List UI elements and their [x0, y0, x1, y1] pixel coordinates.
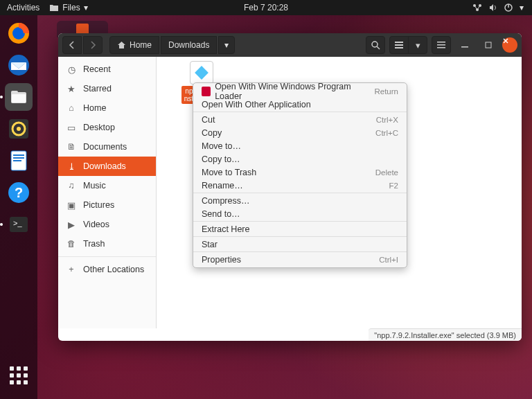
videos-icon: ▶: [66, 220, 76, 230]
svg-point-13: [17, 127, 21, 131]
search-button[interactable]: [366, 36, 385, 54]
dock-files[interactable]: [5, 83, 33, 111]
maximize-button[interactable]: [479, 36, 498, 54]
path-home[interactable]: Home: [109, 36, 159, 54]
home-icon: ⌂: [66, 103, 76, 113]
view-dropdown[interactable]: ▾: [408, 36, 427, 54]
ctx-properties[interactable]: PropertiesCtrl+I: [193, 253, 407, 266]
show-applications[interactable]: [5, 362, 33, 389]
minimize-button[interactable]: [455, 36, 475, 54]
sidebar-other-locations[interactable]: +Other Locations: [58, 260, 156, 279]
path-downloads[interactable]: Downloads: [161, 36, 217, 54]
power-icon[interactable]: [504, 3, 513, 12]
appmenu-files[interactable]: Files ▾: [49, 3, 87, 12]
svg-rect-17: [13, 157, 24, 159]
headerbar: Home Downloads ▾ ▾: [58, 33, 522, 57]
clock[interactable]: Feb 7 20:28: [244, 3, 288, 12]
close-icon: [502, 37, 509, 44]
top-panel: Activities Files ▾ Feb 7 20:28 ▾: [0, 0, 532, 15]
files-window: Home Downloads ▾ ▾ ◷Recent ★Starred ⌂Hom…: [58, 33, 522, 341]
svg-rect-16: [13, 154, 24, 156]
dock-help[interactable]: ?: [5, 179, 33, 206]
svg-rect-27: [395, 47, 403, 48]
ctx-rename[interactable]: Rename…F2: [193, 179, 407, 192]
clock-icon: ◷: [66, 64, 76, 75]
sidebar-desktop[interactable]: ▭Desktop: [58, 118, 156, 137]
hamburger-menu[interactable]: [432, 36, 451, 54]
close-button[interactable]: [502, 37, 517, 53]
network-icon[interactable]: [472, 3, 482, 12]
documents-icon: 🗎: [66, 142, 76, 152]
ctx-move-to[interactable]: Move to…: [193, 139, 407, 152]
music-icon: ♫: [66, 181, 76, 190]
ctx-compress[interactable]: Compress…: [193, 194, 407, 207]
view-list-button[interactable]: [389, 36, 409, 54]
menu-icon: [437, 42, 445, 48]
sidebar-trash[interactable]: 🗑Trash: [58, 234, 156, 254]
chevron-down-icon: ▾: [224, 40, 229, 50]
svg-rect-32: [486, 42, 491, 48]
svg-text:?: ?: [15, 185, 23, 200]
chevron-right-icon: [89, 41, 96, 49]
svg-rect-25: [395, 42, 403, 43]
home-icon: [117, 41, 126, 49]
back-button[interactable]: [62, 36, 82, 54]
ctx-copy-to[interactable]: Copy to…: [193, 152, 407, 166]
dock-firefox[interactable]: [5, 19, 33, 47]
dock-terminal[interactable]: >_: [5, 211, 33, 238]
sidebar-pictures[interactable]: ▣Pictures: [58, 195, 156, 215]
ctx-cut[interactable]: CutCtrl+X: [193, 113, 407, 126]
svg-rect-26: [395, 44, 403, 46]
desktop-icon: ▭: [66, 123, 76, 133]
svg-point-23: [372, 42, 378, 47]
svg-rect-33: [195, 66, 209, 80]
sidebar-music[interactable]: ♫Music: [58, 176, 156, 195]
forward-button[interactable]: [83, 36, 103, 54]
dock-writer[interactable]: [5, 147, 33, 175]
svg-rect-18: [13, 160, 21, 161]
file-view[interactable]: npp.7.9.2.Installer.exe Open With Wine W…: [157, 57, 522, 328]
ctx-trash[interactable]: Move to TrashDelete: [193, 166, 407, 179]
star-icon: ★: [66, 84, 76, 94]
search-icon: [371, 41, 380, 50]
dock: ? >_: [0, 15, 37, 399]
sidebar: ◷Recent ★Starred ⌂Home ▭Desktop 🗎Documen…: [58, 57, 157, 328]
svg-line-24: [377, 46, 380, 49]
sidebar-videos[interactable]: ▶Videos: [58, 215, 156, 234]
minimize-icon: [461, 42, 468, 48]
ctx-open-other[interactable]: Open With Other Application: [193, 98, 407, 111]
path-dropdown[interactable]: ▾: [218, 36, 235, 54]
exe-icon: [190, 61, 213, 85]
wine-icon: [202, 87, 211, 96]
svg-rect-29: [437, 44, 445, 46]
svg-rect-30: [437, 47, 445, 48]
ctx-send-to[interactable]: Send to…: [193, 207, 407, 220]
sidebar-home[interactable]: ⌂Home: [58, 98, 156, 118]
chevron-down-icon[interactable]: ▾: [520, 3, 524, 12]
maximize-icon: [485, 42, 492, 48]
list-icon: [395, 42, 403, 48]
dock-thunderbird[interactable]: [5, 51, 33, 79]
sidebar-downloads[interactable]: ⤓Downloads: [58, 157, 156, 176]
pictures-icon: ▣: [66, 200, 76, 211]
ctx-extract[interactable]: Extract Here: [193, 222, 407, 236]
sidebar-recent[interactable]: ◷Recent: [58, 60, 156, 79]
dock-rhythmbox[interactable]: [5, 115, 33, 143]
ctx-copy[interactable]: CopyCtrl+C: [193, 126, 407, 139]
statusbar: "npp.7.9.2.Installer.exe" selected (3.9 …: [369, 328, 522, 341]
plus-icon: +: [66, 265, 76, 274]
ctx-star[interactable]: Star: [193, 238, 407, 251]
ctx-open-wine[interactable]: Open With Wine Windows Program LoaderRet…: [193, 85, 407, 98]
sidebar-documents[interactable]: 🗎Documents: [58, 137, 156, 157]
svg-rect-28: [437, 42, 445, 43]
volume-icon[interactable]: [489, 3, 497, 12]
folder-icon: [49, 3, 59, 12]
download-icon: ⤓: [66, 161, 76, 172]
context-menu: Open With Wine Windows Program LoaderRet…: [193, 82, 407, 268]
svg-rect-31: [461, 46, 468, 48]
sidebar-starred[interactable]: ★Starred: [58, 79, 156, 98]
activities-button[interactable]: Activities: [7, 3, 39, 12]
svg-text:>_: >_: [13, 219, 22, 227]
svg-rect-10: [12, 94, 26, 103]
trash-icon: 🗑: [66, 239, 76, 249]
